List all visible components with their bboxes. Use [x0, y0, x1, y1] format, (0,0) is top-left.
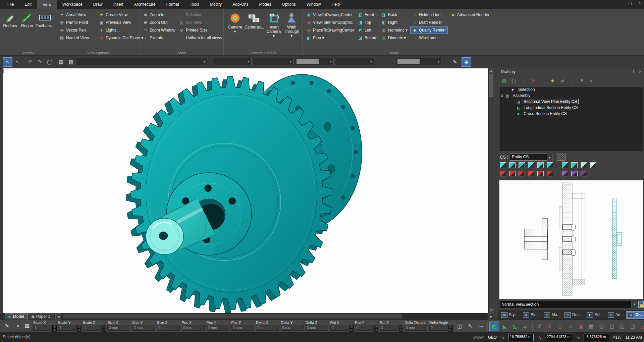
toolbar-icon[interactable]: ▱ — [521, 322, 530, 331]
tree-expander-icon[interactable] — [511, 106, 515, 110]
panel-toolbar-icon[interactable]: ★ — [548, 77, 557, 85]
tree-item-label[interactable]: Cross-Section Entity CS — [522, 111, 568, 116]
view-cube-button[interactable] — [562, 171, 568, 176]
close-icon[interactable]: × — [639, 69, 641, 74]
canvas-horizontal-scrollbar[interactable] — [62, 313, 487, 320]
view-cube-button[interactable] — [556, 162, 559, 168]
tree-item-label[interactable]: Selection — [517, 87, 536, 92]
field-input[interactable]: 0 — [330, 325, 349, 331]
menu-item[interactable]: Tools — [184, 0, 205, 9]
toolbar-icon[interactable]: ▦ — [586, 322, 596, 331]
cameras-button[interactable]: Cameras... — [245, 11, 264, 38]
view-cube-button[interactable] — [581, 171, 587, 176]
view-cube-button[interactable] — [528, 162, 534, 168]
view-cube-button[interactable] — [547, 171, 553, 176]
ribbon-item[interactable]: ▤Named View... — [58, 35, 94, 41]
chevron-down-icon[interactable]: ▼ — [632, 301, 637, 308]
toolbar-icon[interactable]: △ — [555, 322, 565, 331]
toolbar-icon[interactable]: ↖ — [13, 57, 22, 67]
toolbar-icon[interactable]: ▣ — [576, 322, 586, 331]
ribbon-item[interactable]: ▣Previous View — [97, 19, 145, 26]
ribbon-item[interactable]: ◎Pan to Point — [58, 19, 94, 26]
toolbar-icon[interactable]: ↖ — [3, 57, 12, 67]
ribbon-item[interactable]: ◌Selection — [177, 11, 224, 18]
toolbar-icon[interactable]: ⌂ — [566, 322, 575, 331]
toolbars-button[interactable]: Toolbars... — [37, 11, 53, 28]
field-spinner[interactable]: ▲▼ — [448, 325, 453, 332]
tree-item-label[interactable]: Assembly — [512, 93, 532, 98]
panel-toolbar-icon[interactable]: ⚑ — [577, 77, 586, 85]
color-combo[interactable]: ▼ — [213, 58, 252, 65]
panel-tab[interactable]: ● Ma... — [542, 311, 562, 319]
ribbon-item[interactable]: ◎PlaceToDrawingCenter — [305, 27, 356, 34]
field-input[interactable]: 0 mm — [157, 325, 180, 331]
menu-item[interactable]: Modes — [254, 0, 276, 9]
ribbon-item[interactable]: ◉ViewToInFrontGraphic — [305, 19, 356, 26]
geo-toggle[interactable]: GEO — [488, 335, 497, 340]
view-cube-button[interactable] — [581, 162, 587, 168]
tab-scroll-right-icon[interactable]: ▶ — [488, 313, 494, 320]
field-input[interactable]: 0 mm — [405, 325, 427, 331]
toolbar-icon[interactable]: ↺ — [534, 322, 544, 331]
regen-button[interactable]: Regen — [20, 11, 35, 28]
tree-expander-icon[interactable] — [511, 112, 515, 116]
field-input[interactable]: 0 — [380, 325, 398, 331]
ribbon-item[interactable]: ⊙Printed Size — [177, 27, 224, 34]
menu-item[interactable]: Edit — [19, 0, 37, 9]
tab-scroll-left-icon[interactable]: ◀ — [55, 313, 61, 320]
toolbar-icon[interactable]: ◉ — [462, 57, 471, 67]
ribbon-item[interactable]: ▤Full View — [177, 19, 224, 26]
view-cube-button[interactable] — [556, 171, 559, 176]
panel-toolbar-icon[interactable]: ⚑ — [529, 77, 538, 85]
view-cube-button[interactable] — [500, 162, 506, 168]
panel-toolbar-icon[interactable]: × — [519, 77, 528, 85]
panel-tab[interactable]: ► Sel... — [585, 311, 605, 319]
material-combo[interactable]: ▼ — [396, 58, 441, 65]
panel-toolbar-icon[interactable]: ▤ — [499, 77, 508, 85]
window-control-button[interactable]: – — [618, 1, 624, 5]
toolbar-icon[interactable]: ↝ — [476, 322, 485, 331]
ribbon-item[interactable]: ▭Zoom Window — [141, 27, 177, 34]
scroll-up-icon[interactable]: ▲ — [489, 68, 494, 73]
ribbon-item[interactable]: +Aerial View — [58, 11, 94, 18]
view-cube-button[interactable] — [571, 162, 578, 168]
toolbar-icon[interactable]: ✎ — [465, 322, 475, 331]
view-cube-button[interactable] — [500, 171, 506, 176]
snap-toggle[interactable]: SNAP — [473, 335, 484, 340]
field-spinner[interactable]: ▲▼ — [350, 325, 354, 332]
toolbar-icon[interactable]: ※ — [545, 322, 554, 331]
toolbar-icon[interactable]: ◩ — [489, 322, 499, 331]
field-spinner[interactable]: ▲▼ — [52, 325, 57, 332]
ribbon-item[interactable]: ◆Dynamic Cut Plane ▾ — [97, 35, 145, 41]
view-cube-button[interactable] — [509, 162, 516, 168]
field-spinner[interactable]: ▲▼ — [399, 325, 403, 332]
view-cube-button[interactable] — [571, 171, 578, 176]
window-control-button[interactable]: ▢ — [627, 1, 633, 5]
ribbon-item[interactable]: Uniform for all views — [177, 35, 224, 41]
field-input[interactable]: 0 mm — [306, 325, 328, 331]
view-cube-button[interactable] — [509, 171, 516, 176]
menu-item[interactable]: Options — [276, 0, 301, 9]
toolbar-icon[interactable]: ↶ — [25, 57, 35, 67]
style-combo[interactable]: ▼ — [335, 58, 374, 65]
view-cube-button[interactable] — [528, 171, 534, 176]
panel-tab[interactable]: ◆ Blo... — [521, 311, 541, 319]
panel-tab[interactable]: ▥ Dr... — [626, 311, 644, 319]
field-input[interactable]: 1 — [33, 325, 52, 331]
toolbar-icon[interactable]: ◣ — [500, 322, 509, 331]
toolbar-icon[interactable]: ↷ — [35, 57, 45, 67]
tree-row[interactable]: ■ Cross-Section Entity CS — [499, 111, 643, 117]
ribbon-item[interactable]: ◆Advanced Render — [449, 11, 491, 18]
view-cube-button[interactable] — [590, 162, 596, 168]
panel-tab[interactable]: ● Ad... — [606, 311, 626, 319]
field-input[interactable]: 0 mm — [107, 325, 130, 331]
view-cube-button[interactable] — [562, 162, 568, 168]
field-input[interactable]: 0 mm — [231, 325, 254, 331]
scrollbar-thumb[interactable] — [489, 74, 493, 97]
tree-item-label[interactable]: Longitudinal Section Entity CS — [522, 105, 579, 110]
field-input[interactable]: 0 mm — [132, 325, 155, 331]
walk-through-button[interactable]: WalkThrough ▾ — [283, 11, 300, 38]
tree-expander-icon[interactable] — [505, 88, 509, 92]
panel-toolbar-icon[interactable]: ×! — [587, 77, 596, 85]
toolbar-icon[interactable]: ✎ — [450, 57, 460, 67]
